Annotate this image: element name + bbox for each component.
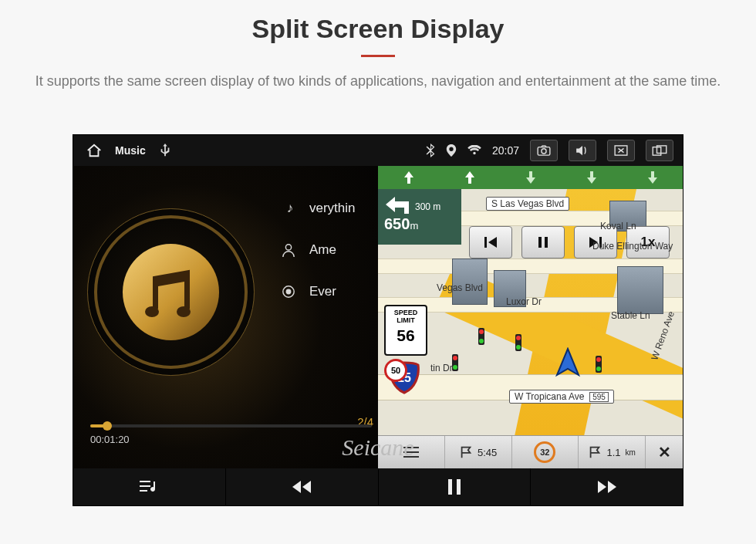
- music-note-icon: [148, 265, 194, 319]
- prev-track-button[interactable]: [225, 468, 378, 505]
- street-label: S Las Vegas Blvd: [486, 197, 569, 211]
- svg-point-5: [285, 245, 291, 250]
- track-label: verythin: [309, 201, 356, 216]
- person-icon: [282, 243, 299, 257]
- lane-arrow-icon: [622, 166, 683, 189]
- svg-rect-9: [545, 237, 548, 248]
- svg-point-1: [542, 149, 546, 154]
- flag-icon: [459, 445, 473, 459]
- track-label: Ame: [309, 242, 336, 258]
- playlist-button[interactable]: [73, 468, 225, 505]
- lane-arrow-icon: [500, 166, 561, 189]
- street-label: Luxor Dr: [501, 296, 546, 308]
- music-panel: ♪ verythin Ame Ever 2/4: [73, 166, 378, 468]
- svg-rect-15: [140, 485, 150, 487]
- flag-icon: [588, 445, 602, 459]
- elapsed-time: 00:01:20: [90, 434, 130, 445]
- album-art[interactable]: [87, 208, 255, 376]
- turn-left-icon: [384, 194, 412, 215]
- status-time: 20:07: [492, 144, 519, 157]
- street-label: Duke Ellington Way: [588, 240, 677, 252]
- home-icon[interactable]: [86, 143, 103, 158]
- volume-button[interactable]: [569, 140, 596, 161]
- street-label: Stable Ln: [606, 309, 655, 322]
- track-list: ♪ verythin Ame Ever: [282, 188, 378, 313]
- page-description: It supports the same screen display of t…: [35, 71, 721, 93]
- status-bar: Music 20:07: [73, 135, 683, 166]
- svg-rect-18: [457, 479, 461, 495]
- lane-arrow-icon: [439, 166, 500, 189]
- speed-limit-label: SPEED LIMIT: [386, 309, 426, 325]
- nav-close-button[interactable]: ✕: [646, 436, 683, 468]
- page-title: Split Screen Display: [0, 0, 756, 44]
- status-app-title: Music: [115, 144, 146, 157]
- nav-lane-bar: [378, 166, 683, 189]
- svg-point-7: [286, 289, 290, 293]
- nav-menu-button[interactable]: [378, 436, 445, 468]
- street-label: tin Dr: [426, 362, 457, 374]
- pause-button[interactable]: [378, 468, 531, 505]
- next-turn-box: 300 m 650m: [378, 189, 461, 245]
- speed-limit-value: 56: [386, 326, 426, 345]
- lane-arrow-icon: [378, 166, 439, 189]
- split-body: ♪ verythin Ame Ever 2/4: [73, 166, 683, 468]
- track-row[interactable]: ♪ verythin: [282, 188, 378, 229]
- map-pause-button[interactable]: [521, 226, 565, 258]
- usb-icon: [160, 144, 170, 157]
- nav-distance[interactable]: 1.1km: [579, 436, 646, 468]
- turn-distance-unit: m: [410, 220, 418, 231]
- nav-speed-badge[interactable]: 32: [512, 436, 579, 468]
- svg-rect-13: [403, 456, 419, 458]
- device-frame: Music 20:07: [73, 135, 683, 505]
- next-track-button[interactable]: [530, 468, 683, 505]
- lane-arrow-icon: [561, 166, 622, 189]
- nav-bottom-bar: 5:45 32 1.1km ✕: [378, 435, 683, 468]
- track-label: Ever: [309, 284, 336, 299]
- svg-rect-16: [140, 490, 147, 492]
- progress-area: 00:01:20: [90, 424, 372, 445]
- traffic-light-icon: [515, 334, 521, 351]
- target-icon: [282, 285, 299, 299]
- map-prev-button[interactable]: [469, 226, 512, 258]
- svg-rect-11: [403, 447, 419, 448]
- svg-rect-17: [448, 479, 452, 495]
- svg-rect-14: [140, 481, 150, 482]
- turn-distance: 650: [384, 215, 410, 232]
- track-row[interactable]: Ever: [282, 271, 378, 313]
- street-label: Koval Ln: [596, 220, 641, 232]
- track-row[interactable]: Ame: [282, 229, 378, 271]
- street-label: W Tropicana Ave 595: [509, 390, 614, 404]
- playback-bar: [73, 468, 683, 505]
- traffic-light-icon: [596, 356, 602, 373]
- note-icon: ♪: [282, 201, 299, 216]
- close-panel-button[interactable]: [607, 140, 635, 161]
- interstate-shield: 15 50: [389, 360, 420, 394]
- speed-limit-sign: SPEED LIMIT 56: [384, 305, 427, 356]
- screenshot-button[interactable]: [530, 140, 558, 161]
- album-art-inner: [123, 244, 219, 340]
- location-icon: [446, 144, 457, 157]
- street-label: Vegas Blvd: [432, 282, 488, 294]
- svg-rect-12: [403, 451, 419, 453]
- progress-bar[interactable]: [90, 424, 372, 427]
- speed-ring-icon: 32: [534, 441, 555, 463]
- vehicle-cursor-icon: [552, 347, 583, 378]
- current-speed-badge: 50: [384, 359, 407, 382]
- split-view-button[interactable]: [646, 140, 673, 161]
- nav-eta[interactable]: 5:45: [445, 436, 512, 468]
- traffic-light-icon: [478, 328, 484, 345]
- svg-rect-8: [538, 237, 542, 248]
- navigation-panel: 300 m 650m 1x SPEED LIMIT 56 15 50: [378, 166, 683, 468]
- bluetooth-icon: [426, 144, 435, 157]
- wifi-icon: [467, 145, 481, 156]
- title-underline: [361, 55, 395, 57]
- map-building: [617, 266, 663, 314]
